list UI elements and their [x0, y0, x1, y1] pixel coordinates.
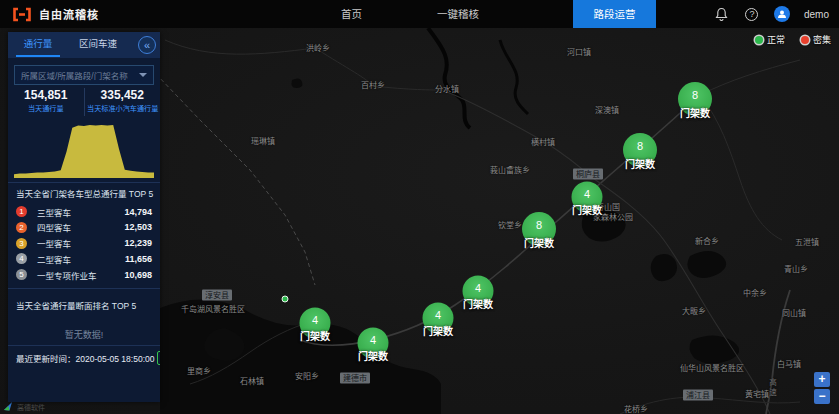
gantry-marker-label: 门架数 [625, 156, 655, 171]
app-root: 自由流稽核 首页 一键稽核 路段运营 ? demo [0, 0, 839, 414]
ranking-section-title: 当天全省通行量断面排名 TOP 5 [16, 299, 156, 311]
gantry-count: 8 [692, 89, 698, 101]
stats-panel: 通行量 区间车速 « 所属区域/所属路段/门架名称 154,851 当天通行量 … [8, 32, 160, 402]
vehicle-type-label: 四型客车 [37, 221, 124, 233]
top-navbar: 自由流稽核 首页 一键稽核 路段运营 ? demo [0, 0, 839, 28]
zoom-in-button[interactable]: + [814, 372, 830, 387]
nav-item-home[interactable]: 首页 [341, 0, 362, 28]
vehicle-type-label: 二型客车 [37, 253, 125, 265]
gantry-count: 4 [475, 281, 481, 293]
gantry-count: 8 [536, 219, 542, 231]
gantry-marker-label: 门架数 [680, 105, 710, 120]
gantry-cluster-marker[interactable]: 4门架数 [358, 328, 389, 359]
map-legend: 正常 密集 [755, 33, 831, 46]
zoom-out-button[interactable]: − [814, 389, 830, 404]
gantry-marker-label: 门架数 [572, 202, 602, 217]
bell-icon[interactable] [714, 6, 730, 22]
map-label-place: 五泄镇 [795, 236, 819, 247]
app-title: 自由流稽核 [39, 6, 99, 22]
map-attribution: 高德软件 [3, 401, 45, 412]
map-label-place: 横村镇 [531, 136, 555, 147]
tab-section-speed[interactable]: 区间车速 [68, 32, 128, 58]
vehicle-type-label: 一型专项作业车 [37, 269, 124, 281]
empty-data-text: 暂无数据! [8, 328, 160, 341]
legend-item-normal[interactable]: 正常 [755, 33, 785, 46]
gantry-cluster-marker[interactable]: 8门架数 [522, 212, 556, 246]
gantry-count: 4 [584, 187, 590, 199]
map-label-place: 千岛湖风景名胜区 [181, 303, 245, 314]
vehicle-type-value: 10,698 [124, 270, 152, 280]
map-label-place: 石林镇 [240, 375, 264, 386]
gantry-count: 8 [637, 140, 643, 152]
filter-select[interactable]: 所属区域/所属路段/门架名称 [14, 65, 154, 85]
vehicle-type-label: 一型客车 [37, 237, 124, 249]
nav-item-audit[interactable]: 一键稽核 [437, 0, 479, 28]
top5-row-1: 1三型客车14,794 [16, 204, 152, 219]
gantry-cluster-marker[interactable]: 4门架数 [572, 182, 603, 213]
map-zoom-control: + − [814, 372, 830, 406]
vehicle-type-value: 11,656 [125, 254, 152, 264]
gantry-cluster-marker[interactable]: 4门架数 [463, 276, 494, 307]
map-label-place: 新合乡 [695, 235, 719, 246]
map-label-place: 青山乡 [784, 263, 808, 274]
username[interactable]: demo [804, 9, 829, 20]
navbar-right: ? demo [714, 0, 829, 28]
rank-badge: 2 [16, 222, 27, 233]
map-label-place: 安阳乡 [295, 370, 319, 381]
top5-row-3: 3一型客车12,239 [16, 236, 152, 251]
gantry-marker-label: 门架数 [358, 348, 388, 363]
map-label-place: 白马镇 [777, 358, 801, 369]
query-button[interactable]: 查询 [157, 351, 160, 365]
legend-dot-dense-icon [801, 36, 809, 44]
divider [8, 288, 160, 289]
map-label-place: 百村乡 [361, 79, 385, 90]
map-label-place: 黄宅镇 [745, 388, 769, 399]
gantry-marker-label: 门架数 [423, 323, 453, 338]
gantry-cluster-marker[interactable]: 8门架数 [623, 133, 657, 167]
map-label-place: 深澳镇 [595, 104, 619, 115]
gantry-cluster-marker[interactable]: 4门架数 [300, 308, 331, 339]
panel-collapse-button[interactable]: « [138, 36, 156, 54]
map-label-place: 中余乡 [743, 287, 767, 298]
legend-item-dense[interactable]: 密集 [801, 33, 831, 46]
divider [8, 345, 160, 346]
map-label-district: 淳安县 [202, 290, 232, 301]
gantry-cluster-marker[interactable]: 8门架数 [678, 82, 712, 116]
avatar[interactable] [774, 6, 790, 22]
map-label-place: 钦堂乡 [498, 219, 522, 230]
tab-traffic-volume[interactable]: 通行量 [8, 32, 68, 58]
rank-badge: 5 [16, 269, 27, 280]
normal-station-dot[interactable] [282, 296, 289, 303]
vehicle-type-value: 12,503 [124, 222, 152, 232]
rank-badge: 1 [16, 206, 27, 217]
amap-logo-icon [3, 401, 14, 412]
map-label-place: 花桥乡 [624, 403, 648, 414]
gantry-cluster-marker[interactable]: 4门架数 [423, 303, 454, 334]
nav-item-road-operation[interactable]: 路段运营 [573, 0, 656, 28]
last-update-time: 最近更新时间：2020-05-05 18:50:00 [16, 352, 154, 364]
vehicle-type-value: 14,794 [124, 207, 152, 217]
stats-row: 154,851 当天通行量 335,452 当天标准小汽车通行量 [8, 88, 160, 116]
map-label-place: 大畈乡 [682, 305, 706, 316]
filter-placeholder: 所属区域/所属路段/门架名称 [21, 69, 139, 81]
top5-section-title: 当天全省门架各车型总通行量 TOP 5 [16, 187, 156, 199]
rank-badge: 3 [16, 238, 27, 249]
panel-footer: 最近更新时间：2020-05-05 18:50:00 查询 [16, 350, 160, 366]
help-icon[interactable]: ? [744, 6, 760, 22]
map-label-place: 同山镇 [782, 307, 806, 318]
rank-badge: 4 [16, 253, 27, 264]
vehicle-type-label: 三型客车 [37, 206, 124, 218]
map-label-district: 建德市 [340, 373, 370, 384]
map-label-place: 分水镇 [435, 83, 459, 94]
top5-row-2: 2四型客车12,503 [16, 220, 152, 235]
brand-icon [12, 7, 32, 22]
vehicle-type-value: 12,239 [124, 238, 152, 248]
gantry-marker-label: 门架数 [300, 328, 330, 343]
map-label-place: 里商乡 [187, 365, 211, 376]
top5-row-4: 4二型客车11,656 [16, 251, 152, 266]
top5-row-5: 5一型专项作业车10,698 [16, 267, 152, 282]
gantry-count: 4 [435, 308, 441, 320]
map-label-place: 仙华山风景名胜区 [680, 362, 744, 373]
attribution-text: 高德软件 [17, 402, 45, 412]
divider [8, 182, 160, 183]
